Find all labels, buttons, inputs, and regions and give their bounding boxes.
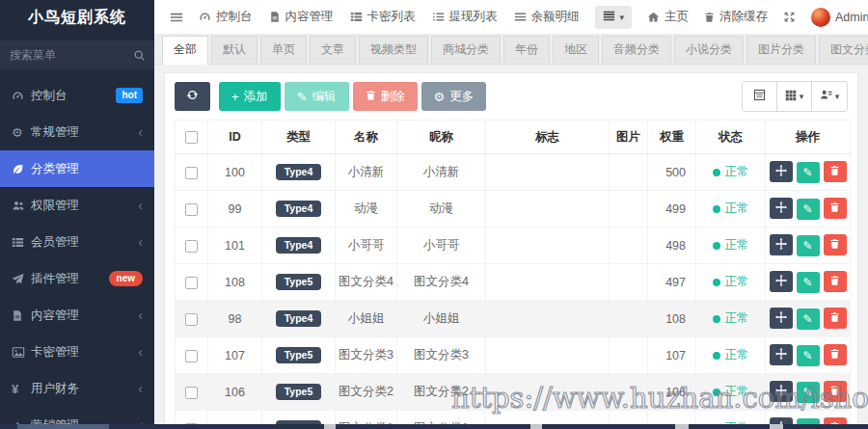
cell-status: 正常	[696, 154, 766, 191]
tab-5[interactable]: 商城分类	[431, 36, 501, 64]
row-checkbox[interactable]	[185, 203, 198, 216]
pencil-icon: ✎	[802, 167, 812, 178]
row-move-button[interactable]	[770, 234, 793, 255]
nav-link-2[interactable]: 卡密列表	[350, 9, 416, 25]
cell-image	[610, 301, 648, 337]
move-icon	[775, 385, 787, 399]
delete-button[interactable]: 删除	[353, 82, 418, 111]
edit-button[interactable]: ✎ 编辑	[285, 82, 349, 111]
tab-4[interactable]: 视频类型	[359, 36, 428, 64]
row-edit-button[interactable]: ✎	[797, 162, 820, 183]
sidebar-item-1[interactable]: ⚙常规管理‹	[0, 114, 154, 150]
export-dropdown-button[interactable]: ▾	[812, 82, 847, 111]
sidebar-item-6[interactable]: 内容管理‹	[0, 297, 154, 334]
row-edit-button[interactable]: ✎	[797, 272, 820, 293]
cell-image	[610, 374, 648, 411]
row-edit-button[interactable]: ✎	[797, 235, 820, 256]
gear-icon: ⚙	[434, 91, 446, 103]
row-delete-button[interactable]	[824, 161, 847, 182]
tab-6[interactable]: 年份	[503, 36, 550, 64]
row-edit-button[interactable]: ✎	[797, 345, 820, 366]
detail-view-button[interactable]	[743, 82, 777, 111]
column-header-4: 标志	[486, 121, 610, 154]
refresh-button[interactable]	[175, 82, 210, 111]
nav-list-dropdown-button[interactable]: ▾	[595, 6, 633, 29]
row-checkbox[interactable]	[185, 387, 198, 399]
sidebar-item-4[interactable]: 会员管理‹	[0, 224, 154, 260]
tab-0[interactable]: 全部	[162, 36, 208, 65]
row-edit-button[interactable]: ✎	[797, 199, 820, 220]
tab-9[interactable]: 小说分类	[674, 36, 744, 64]
row-move-button[interactable]	[770, 161, 793, 182]
cell-name: 动漫	[336, 191, 397, 228]
sidebar-item-8[interactable]: ¥用户财务‹	[0, 370, 154, 407]
row-edit-button[interactable]: ✎	[797, 382, 820, 403]
home-icon	[647, 11, 660, 23]
tab-11[interactable]: 图文分类	[819, 36, 868, 64]
sidebar-item-5[interactable]: 插件管理new	[0, 260, 154, 297]
more-label: 更多	[449, 89, 474, 105]
user-menu[interactable]: Admin	[811, 8, 868, 27]
tab-3[interactable]: 文章	[310, 36, 356, 64]
menu-toggle-button[interactable]	[170, 11, 183, 24]
list-icon	[350, 11, 363, 23]
sidebar-item-2[interactable]: 分类管理	[0, 150, 154, 187]
row-delete-button[interactable]	[824, 234, 847, 255]
cell-type: Type4	[262, 154, 336, 191]
column-header-3: 昵称	[397, 121, 486, 154]
cell-name: 图文分类4	[336, 264, 397, 301]
row-checkbox[interactable]	[185, 240, 198, 253]
cell-type: Type4	[262, 228, 336, 264]
clear-cache-button[interactable]: 清除缓存	[704, 9, 768, 25]
cell-id: 101	[208, 228, 262, 264]
more-button[interactable]: ⚙ 更多	[421, 82, 487, 111]
row-checkbox[interactable]	[185, 167, 198, 179]
tab-8[interactable]: 音频分类	[602, 36, 671, 64]
cell-nick: 图文分类2	[397, 374, 486, 411]
home-link[interactable]: 主页	[647, 9, 689, 25]
sidebar-item-label: 内容管理	[31, 308, 79, 324]
row-checkbox[interactable]	[185, 277, 198, 289]
select-all-checkbox[interactable]	[185, 131, 198, 144]
cell-flag	[486, 337, 610, 374]
sidebar-item-7[interactable]: 卡密管理‹	[0, 334, 154, 370]
nav-link-3[interactable]: 提现列表	[432, 9, 498, 25]
row-checkbox[interactable]	[185, 313, 198, 326]
row-delete-button[interactable]	[824, 308, 847, 329]
sidebar-item-0[interactable]: 控制台hot	[0, 77, 154, 114]
table-row-0: 100Type4小清新小清新500正常✎	[176, 154, 851, 191]
row-delete-button[interactable]	[824, 344, 847, 365]
new-badge: new	[109, 271, 143, 286]
row-delete-button[interactable]	[824, 271, 847, 292]
move-icon	[775, 311, 787, 326]
row-delete-button[interactable]	[824, 198, 847, 219]
tab-1[interactable]: 默认	[211, 36, 258, 64]
fullscreen-button[interactable]	[783, 11, 796, 23]
row-delete-button[interactable]	[824, 381, 847, 402]
add-button[interactable]: + 添加	[219, 82, 281, 111]
trash-icon	[829, 201, 840, 216]
search-input[interactable]	[0, 40, 154, 69]
send-icon	[12, 273, 31, 285]
row-move-button[interactable]	[770, 344, 793, 365]
cell-status: 正常	[696, 191, 766, 228]
sidebar-item-3[interactable]: 权限管理‹	[0, 187, 154, 224]
columns-dropdown-button[interactable]: ▾	[777, 82, 812, 111]
caret-down-icon: ▾	[800, 92, 804, 101]
cell-actions: ✎	[766, 228, 851, 264]
row-checkbox[interactable]	[185, 350, 198, 362]
row-move-button[interactable]	[770, 271, 793, 292]
row-edit-button[interactable]: ✎	[797, 308, 820, 330]
tab-10[interactable]: 图片分类	[746, 36, 816, 64]
row-move-button[interactable]	[770, 381, 793, 402]
dashboard-icon	[12, 90, 31, 102]
nav-link-0[interactable]: 控制台	[199, 9, 253, 25]
tab-7[interactable]: 地区	[553, 36, 599, 64]
sidebar: 小鸟短剧系统 控制台hot⚙常规管理‹分类管理权限管理‹会员管理‹插件管理new…	[0, 0, 154, 429]
nav-link-1[interactable]: 内容管理	[269, 9, 334, 25]
nav-link-4[interactable]: 余额明细	[514, 9, 580, 25]
row-move-button[interactable]	[770, 308, 793, 329]
tab-2[interactable]: 单页	[260, 36, 307, 64]
trash-icon	[829, 165, 840, 179]
row-move-button[interactable]	[770, 198, 793, 219]
